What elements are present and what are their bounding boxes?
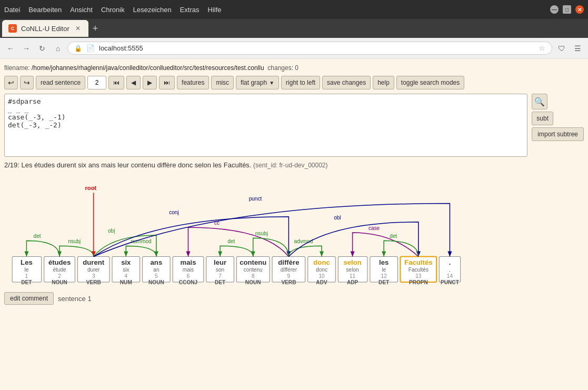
shield-button[interactable]: 🛡 bbox=[555, 42, 568, 55]
svg-text:14: 14 bbox=[447, 273, 453, 279]
svg-text:DET: DET bbox=[21, 279, 32, 285]
tab-label: CoNLL-U Editor bbox=[21, 25, 69, 33]
minimize-button[interactable]: — bbox=[550, 5, 559, 14]
import-subtree-button[interactable]: import subtree bbox=[532, 127, 584, 141]
menu-ansicht[interactable]: Ansicht bbox=[70, 6, 93, 14]
svg-text:punct: punct bbox=[249, 196, 262, 202]
svg-text:10: 10 bbox=[318, 273, 325, 279]
svg-text:le: le bbox=[24, 267, 28, 273]
close-button[interactable]: ✕ bbox=[575, 5, 584, 14]
svg-text:donc: donc bbox=[313, 258, 330, 266]
arc-nsubj-2 bbox=[253, 238, 289, 256]
save-changes-button[interactable]: save changes bbox=[322, 76, 371, 89]
svg-text:12: 12 bbox=[381, 273, 387, 279]
svg-text:.: . bbox=[449, 267, 451, 273]
last-button[interactable]: ⏭ bbox=[159, 76, 175, 89]
svg-text:det: det bbox=[34, 233, 41, 239]
svg-text:obj: obj bbox=[108, 228, 115, 234]
menu-extras[interactable]: Extras bbox=[180, 6, 200, 14]
svg-text:donc: donc bbox=[316, 267, 327, 273]
address-input[interactable]: 🔒 📄 localhost:5555 ☆ bbox=[67, 42, 552, 55]
svg-text:NOUN: NOUN bbox=[52, 279, 67, 285]
svg-text:6: 6 bbox=[187, 273, 190, 279]
features-button[interactable]: features bbox=[177, 76, 209, 89]
svg-text:six: six bbox=[121, 258, 131, 266]
toggle-search-button[interactable]: toggle search modes bbox=[396, 76, 464, 89]
subt-button[interactable]: subt bbox=[532, 112, 553, 125]
svg-text:étude: étude bbox=[53, 267, 66, 273]
svg-text:Facultés: Facultés bbox=[408, 267, 428, 273]
first-button[interactable]: ⏮ bbox=[108, 76, 124, 89]
menu-hilfe[interactable]: Hilfe bbox=[208, 6, 222, 14]
svg-text:six: six bbox=[123, 267, 129, 273]
arc-det-3 bbox=[384, 241, 418, 256]
flat-graph-label: flat graph bbox=[241, 79, 267, 86]
arc-punct bbox=[94, 203, 450, 256]
tab-close-button[interactable]: ✕ bbox=[74, 24, 82, 33]
svg-text:case: case bbox=[368, 225, 380, 231]
svg-text:ans: ans bbox=[151, 258, 163, 266]
window-controls: — □ ✕ bbox=[550, 5, 584, 14]
arc-nsubj-2-arrow bbox=[251, 251, 255, 256]
sentence-info: 2/19: Les études durent six ans mais leu… bbox=[4, 161, 584, 169]
redo-button[interactable]: ↪ bbox=[20, 76, 34, 89]
help-button[interactable]: help bbox=[373, 76, 394, 89]
next-button[interactable]: ▶ bbox=[143, 76, 157, 89]
dependency-graph: Les le 1 DET études étude 2 NOUN durent … bbox=[4, 172, 584, 288]
arc-conj bbox=[94, 217, 289, 257]
svg-text:durer: durer bbox=[87, 267, 100, 273]
browser-tab[interactable]: C CoNLL-U Editor ✕ bbox=[2, 20, 88, 37]
svg-text:8: 8 bbox=[252, 273, 255, 279]
changes-count: changes: 0 bbox=[267, 64, 298, 72]
arc-det-3-arrow bbox=[382, 251, 386, 256]
refresh-button[interactable]: ↻ bbox=[36, 42, 48, 55]
arc-det-2 bbox=[220, 246, 253, 256]
toolbar: ↩ ↪ read sentence 2 ⏮ ◀ ▶ ⏭ features mis… bbox=[4, 76, 584, 89]
svg-text:7: 7 bbox=[218, 273, 222, 279]
search-button[interactable]: 🔍 bbox=[532, 94, 547, 109]
menu-bearbeiten[interactable]: Bearbeiten bbox=[28, 6, 62, 14]
menu-datei[interactable]: Datei bbox=[4, 6, 20, 14]
menu-chronik[interactable]: Chronik bbox=[101, 6, 125, 14]
svg-text:DET: DET bbox=[215, 279, 226, 285]
svg-text:Les: Les bbox=[21, 258, 33, 266]
back-button[interactable]: ← bbox=[4, 42, 17, 55]
dropdown-arrow-icon: ▼ bbox=[269, 80, 274, 86]
titlebar: Datei Bearbeiten Ansicht Chronik Lesezei… bbox=[0, 0, 588, 19]
menu-lesezeichen[interactable]: Lesezeichen bbox=[133, 6, 172, 14]
misc-button[interactable]: misc bbox=[211, 76, 234, 89]
svg-text:conj: conj bbox=[169, 209, 179, 215]
bookmark-icon[interactable]: ☆ bbox=[539, 44, 545, 52]
maximize-button[interactable]: □ bbox=[563, 5, 571, 14]
arc-nummod bbox=[126, 246, 156, 256]
svg-text:VERB: VERB bbox=[86, 279, 101, 285]
prev-button[interactable]: ◀ bbox=[126, 76, 141, 89]
svg-text:det: det bbox=[390, 233, 397, 239]
arc-det-2-arrow bbox=[218, 251, 222, 256]
svg-text:les: les bbox=[379, 258, 388, 266]
editor-section: #sdparse _ _ _ case(_-3, _-1) det(_-3, _… bbox=[4, 94, 584, 157]
arc-det-1-arrow bbox=[24, 251, 28, 256]
new-tab-button[interactable]: + bbox=[88, 20, 103, 37]
sentence-number[interactable]: 2 bbox=[87, 76, 106, 89]
menu-button[interactable]: ☰ bbox=[571, 42, 584, 55]
svg-text:det: det bbox=[227, 238, 235, 244]
arc-cc-arrow bbox=[186, 251, 190, 256]
flat-graph-button[interactable]: flat graph ▼ bbox=[236, 76, 279, 89]
browser-action-buttons: 🛡 ☰ bbox=[555, 42, 584, 55]
undo-button[interactable]: ↩ bbox=[4, 76, 18, 89]
svg-text:Facultés: Facultés bbox=[404, 258, 432, 266]
home-button[interactable]: ⌂ bbox=[52, 42, 64, 55]
right-to-left-button[interactable]: right to left bbox=[281, 76, 320, 89]
page-icon: 📄 bbox=[86, 44, 95, 52]
svg-text:9: 9 bbox=[287, 273, 291, 279]
filename-label: filename: bbox=[4, 64, 32, 72]
forward-button[interactable]: → bbox=[20, 42, 33, 55]
edit-comment-button[interactable]: edit comment bbox=[4, 292, 54, 305]
arc-advmod-arrow bbox=[320, 251, 324, 256]
svg-text:PUNCT: PUNCT bbox=[441, 279, 460, 285]
svg-text:1: 1 bbox=[25, 273, 28, 279]
read-sentence-button[interactable]: read sentence bbox=[36, 76, 85, 89]
sentence-text: 2/19: Les études durent six ans mais leu… bbox=[4, 161, 251, 169]
conllu-editor[interactable]: #sdparse _ _ _ case(_-3, _-1) det(_-3, _… bbox=[4, 94, 527, 157]
